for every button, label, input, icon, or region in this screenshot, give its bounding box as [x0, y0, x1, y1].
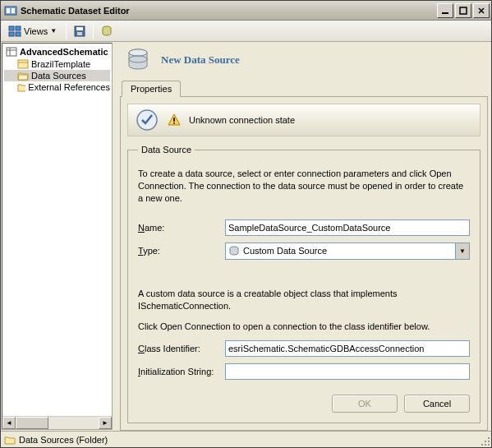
- toolbar: Views ▼: [1, 21, 491, 42]
- close-button[interactable]: [473, 3, 490, 18]
- svg-rect-13: [77, 32, 82, 35]
- datasource-description: To create a data source, select or enter…: [138, 168, 470, 205]
- hint-line: Click Open Connection to open a connecti…: [138, 321, 470, 333]
- svg-point-21: [129, 49, 147, 56]
- title-bar: Schematic Dataset Editor: [1, 1, 491, 21]
- scroll-right-icon[interactable]: ►: [99, 417, 112, 429]
- toolbar-separator: [93, 23, 94, 39]
- tree-hscrollbar[interactable]: ◄ ►: [2, 416, 112, 429]
- tab-body: Unknown connection state Data Source To …: [120, 96, 488, 431]
- svg-rect-10: [16, 32, 21, 36]
- minimize-button[interactable]: [437, 3, 453, 18]
- tree-item-template[interactable]: BrazilTemplate: [4, 58, 110, 70]
- warning-icon: [168, 113, 181, 127]
- tab-strip: Properties: [118, 80, 490, 96]
- tab-label: Properties: [131, 84, 172, 94]
- svg-rect-25: [173, 122, 175, 124]
- page-title: New Data Source: [161, 53, 240, 67]
- folder-icon: [17, 82, 25, 92]
- tree-item-label: External References: [28, 82, 110, 92]
- row-name: Name:: [138, 219, 470, 236]
- init-label: Initialization String:: [138, 367, 220, 376]
- svg-rect-7: [9, 26, 14, 30]
- folder-open-icon: [17, 71, 29, 81]
- tree-item-extrefs[interactable]: External References: [4, 81, 110, 93]
- svg-rect-8: [16, 26, 21, 30]
- scroll-thumb[interactable]: [16, 417, 48, 429]
- hint-line: A custom data source is a creatable obje…: [138, 288, 470, 313]
- tree-root-label: AdvancedSchematic: [20, 47, 108, 57]
- dataset-icon: [6, 46, 17, 58]
- maximize-button[interactable]: [455, 3, 471, 18]
- row-type: Type: Custom Data Source ▼: [138, 242, 470, 260]
- button-row: OK Cancel: [138, 386, 470, 413]
- window-buttons: [437, 3, 490, 18]
- status-bar: Data Sources (Folder): [1, 431, 491, 447]
- tree-item-label: Data Sources: [31, 71, 86, 81]
- cancel-button[interactable]: Cancel: [404, 395, 470, 413]
- main-area: AdvancedSchematic BrazilTemplate Data So…: [1, 42, 491, 431]
- classid-input[interactable]: [225, 340, 470, 357]
- statusbar-text: Data Sources (Folder): [19, 435, 108, 445]
- svg-rect-24: [173, 118, 175, 122]
- fieldset-legend: Data Source: [138, 145, 195, 155]
- save-button[interactable]: [71, 23, 88, 39]
- svg-rect-9: [9, 32, 14, 36]
- tree-root-node[interactable]: AdvancedSchematic: [4, 45, 110, 58]
- svg-rect-18: [18, 60, 28, 68]
- resize-grip-icon[interactable]: [478, 434, 490, 446]
- app-icon: [4, 4, 17, 17]
- ok-button[interactable]: OK: [332, 395, 398, 413]
- type-select[interactable]: Custom Data Source ▼: [225, 242, 470, 260]
- custom-ds-hint: A custom data source is a creatable obje…: [138, 288, 470, 334]
- views-icon: [8, 25, 21, 38]
- tree-item-datasources[interactable]: Data Sources: [4, 70, 110, 81]
- window-title: Schematic Dataset Editor: [21, 6, 437, 16]
- folder-icon: [4, 435, 16, 445]
- connection-icon: [135, 108, 159, 132]
- connection-status-text: Unknown connection state: [189, 115, 295, 125]
- row-classid: Class Identifier:: [138, 340, 470, 357]
- content-pane: New Data Source Properties Unknown conne…: [117, 42, 491, 431]
- type-label: Type:: [138, 246, 220, 256]
- svg-rect-4: [460, 7, 467, 14]
- tree-item-label: BrazilTemplate: [31, 59, 90, 69]
- name-input[interactable]: [225, 219, 470, 236]
- svg-rect-1: [7, 8, 10, 13]
- chevron-down-icon[interactable]: ▼: [455, 243, 469, 259]
- datasource-fieldset: Data Source To create a data source, sel…: [127, 145, 481, 423]
- classid-label: Class Identifier:: [138, 344, 220, 353]
- svg-rect-2: [11, 8, 15, 13]
- name-label: Name:: [138, 223, 220, 233]
- db-button[interactable]: [99, 23, 115, 39]
- views-dropdown[interactable]: Views ▼: [4, 22, 61, 40]
- datasource-large-icon: [123, 45, 153, 75]
- chevron-down-icon: ▼: [50, 27, 57, 35]
- template-icon: [17, 59, 29, 69]
- svg-rect-12: [76, 27, 83, 30]
- init-input[interactable]: [225, 363, 470, 380]
- tree-pane[interactable]: AdvancedSchematic BrazilTemplate Data So…: [2, 43, 113, 430]
- svg-rect-15: [7, 48, 16, 56]
- connection-status-box: Unknown connection state: [127, 104, 481, 136]
- row-init: Initialization String:: [138, 363, 470, 380]
- scroll-left-icon[interactable]: ◄: [2, 417, 16, 429]
- svg-rect-3: [442, 12, 448, 14]
- datasource-small-icon: [228, 245, 240, 256]
- scroll-track[interactable]: [48, 417, 99, 429]
- toolbar-separator: [66, 23, 67, 39]
- content-header: New Data Source: [118, 42, 490, 80]
- views-label: Views: [24, 26, 48, 36]
- type-value: Custom Data Source: [243, 246, 327, 256]
- tab-properties[interactable]: Properties: [122, 81, 181, 97]
